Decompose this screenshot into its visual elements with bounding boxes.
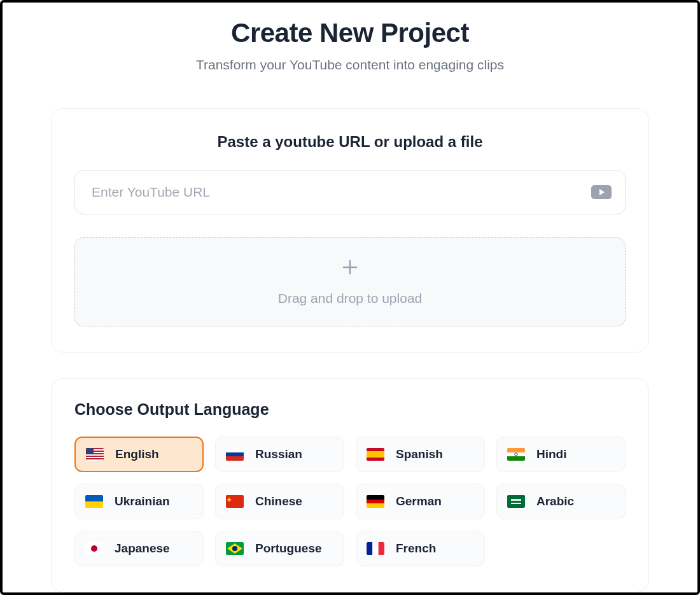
upload-dropzone[interactable]: Drag and drop to upload <box>74 237 626 326</box>
language-label: Chinese <box>255 494 302 508</box>
language-option-portuguese[interactable]: Portuguese <box>215 531 344 566</box>
flag-icon-in <box>507 448 525 461</box>
svg-rect-13 <box>367 451 384 458</box>
language-label: Portuguese <box>255 542 322 556</box>
svg-rect-16 <box>507 456 525 461</box>
svg-rect-19 <box>85 501 103 508</box>
plus-icon <box>340 258 360 279</box>
language-option-japanese[interactable]: Japanese <box>74 531 204 566</box>
language-label: Ukrainian <box>115 494 170 508</box>
svg-rect-35 <box>379 542 384 555</box>
language-label: Spanish <box>396 447 443 461</box>
svg-rect-7 <box>86 459 104 461</box>
language-label: French <box>396 542 436 556</box>
language-option-russian[interactable]: Russian <box>215 437 344 472</box>
dropzone-text: Drag and drop to upload <box>278 291 423 306</box>
svg-rect-15 <box>507 448 525 452</box>
language-option-ukrainian[interactable]: Ukrainian <box>74 484 204 519</box>
language-option-english[interactable]: English <box>74 437 204 472</box>
language-heading: Choose Output Language <box>74 400 626 419</box>
language-label: Japanese <box>115 542 170 556</box>
flag-icon-sa <box>507 495 525 508</box>
page-title: Create New Project <box>231 18 469 48</box>
language-option-french[interactable]: French <box>356 531 485 566</box>
language-option-hindi[interactable]: Hindi <box>496 437 626 472</box>
url-input-row <box>74 170 626 214</box>
input-heading: Paste a youtube URL or upload a file <box>74 133 626 151</box>
svg-rect-18 <box>85 495 103 501</box>
svg-rect-33 <box>367 542 372 555</box>
svg-point-32 <box>232 546 237 551</box>
flag-icon-us <box>86 448 104 461</box>
language-option-chinese[interactable]: Chinese <box>215 484 344 519</box>
language-label: English <box>115 447 159 461</box>
language-label: German <box>396 494 442 508</box>
flag-icon-es <box>367 448 384 461</box>
language-label: Arabic <box>536 494 574 508</box>
youtube-icon <box>591 185 612 199</box>
svg-rect-10 <box>226 452 244 456</box>
svg-rect-6 <box>86 457 104 458</box>
svg-rect-20 <box>226 495 244 508</box>
page-subtitle: Transform your YouTube content into enga… <box>196 57 504 73</box>
svg-rect-27 <box>511 499 521 501</box>
flag-icon-jp <box>85 542 103 555</box>
svg-rect-25 <box>507 495 525 508</box>
svg-rect-34 <box>372 542 378 555</box>
language-option-spanish[interactable]: Spanish <box>356 437 485 472</box>
language-label: Hindi <box>536 447 567 461</box>
language-label: Russian <box>255 447 302 461</box>
youtube-url-input[interactable] <box>74 170 626 214</box>
svg-rect-8 <box>86 448 94 454</box>
language-option-german[interactable]: German <box>356 484 485 519</box>
svg-rect-11 <box>226 456 244 461</box>
flag-icon-fr <box>367 542 384 555</box>
input-card: Paste a youtube URL or upload a file Dra… <box>51 108 649 353</box>
svg-rect-5 <box>86 454 104 456</box>
svg-rect-26 <box>511 503 521 504</box>
flag-icon-br <box>226 542 244 555</box>
svg-rect-23 <box>367 500 384 503</box>
flag-icon-ua <box>85 495 103 508</box>
language-grid: English Russian Spanish Hindi <box>74 437 626 566</box>
svg-point-29 <box>91 545 97 552</box>
flag-icon-de <box>367 495 384 508</box>
language-card: Choose Output Language English Russian S… <box>51 378 649 592</box>
svg-rect-24 <box>367 503 384 508</box>
language-option-arabic[interactable]: Arabic <box>496 484 626 519</box>
flag-icon-cn <box>226 495 244 508</box>
svg-rect-22 <box>367 495 384 500</box>
flag-icon-ru <box>226 448 244 461</box>
